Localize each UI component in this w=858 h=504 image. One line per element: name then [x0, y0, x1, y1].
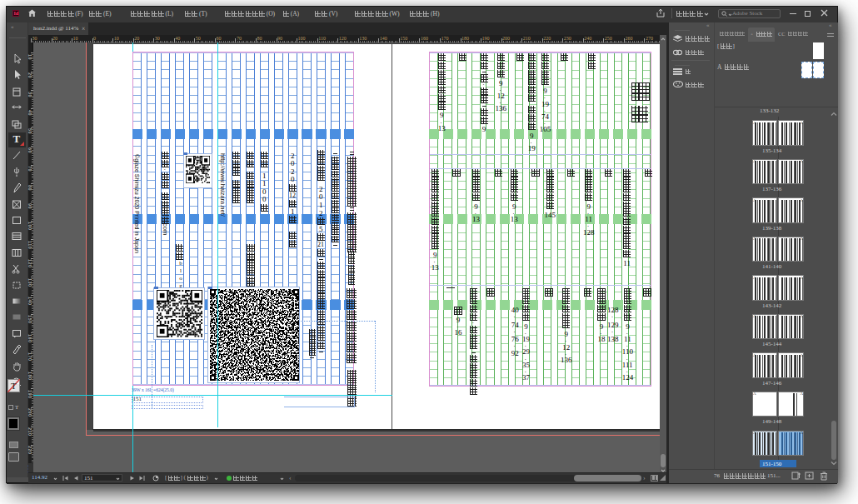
svg-text:T: T [11, 381, 17, 391]
